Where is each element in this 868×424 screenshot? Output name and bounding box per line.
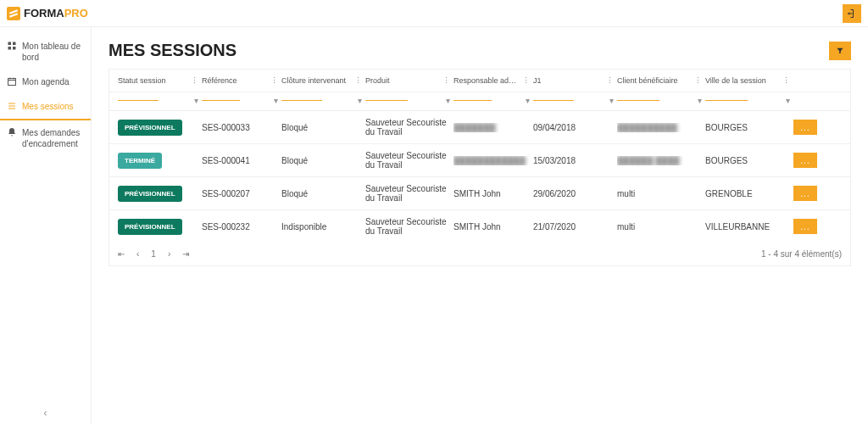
sidebar-item-label: Mon tableau de bord <box>22 41 84 63</box>
row-action-button[interactable]: ... <box>793 120 817 135</box>
logout-icon <box>847 8 857 19</box>
column-label: Clôture intervenant <box>281 76 346 85</box>
cell-ville: BOURGES <box>705 156 790 165</box>
sidebar: Mon tableau de bordMon agendaMes session… <box>0 27 92 424</box>
filter-input-line <box>705 100 748 101</box>
column-label: Produit <box>365 76 390 85</box>
table-row: TERMINÉSES-000041BloquéSauveteur Secouri… <box>109 144 850 177</box>
svg-rect-2 <box>8 47 12 50</box>
column-filter-6[interactable]: ▾ <box>617 96 702 105</box>
column-label: Client bénéficiaire <box>617 76 678 85</box>
cell-responsable: SMITH John <box>453 189 530 198</box>
row-action-button[interactable]: ... <box>793 219 817 234</box>
column-menu-icon[interactable]: ⋮ <box>354 76 362 85</box>
column-filter-7[interactable]: ▾ <box>705 96 790 105</box>
pager-first[interactable]: ⇤ <box>118 249 125 259</box>
column-filter-2[interactable]: ▾ <box>281 96 362 105</box>
column-menu-icon[interactable]: ⋮ <box>522 76 530 85</box>
cell-actions: ... <box>793 186 834 201</box>
cell-status: PRÉVISIONNEL <box>118 120 198 136</box>
funnel-icon[interactable]: ▾ <box>446 96 450 105</box>
column-menu-icon[interactable]: ⋮ <box>191 76 198 85</box>
column-label: Ville de la session <box>705 76 766 85</box>
pager-prev[interactable]: ‹ <box>136 249 139 259</box>
cell-responsable: ████████████ <box>453 156 530 165</box>
cell-cloture: Indisponible <box>281 222 362 232</box>
column-header-0[interactable]: Statut session⋮ <box>118 76 198 85</box>
column-filter-5[interactable]: ▾ <box>533 96 614 105</box>
column-header-3[interactable]: Produit⋮ <box>365 76 450 85</box>
cell-client: ██████████ <box>617 123 702 132</box>
sidebar-item-label: Mes sessions <box>22 101 74 112</box>
pager-info: 1 - 4 sur 4 élément(s) <box>761 249 842 259</box>
funnel-icon[interactable]: ▾ <box>194 96 198 105</box>
cell-j1: 09/04/2018 <box>533 123 614 132</box>
cell-ref: SES-000232 <box>202 222 278 232</box>
column-filter-3[interactable]: ▾ <box>365 96 450 105</box>
filter-input-line <box>533 100 574 101</box>
sidebar-item-label: Mes demandes d'encadrement <box>22 127 84 149</box>
funnel-icon[interactable]: ▾ <box>609 96 614 105</box>
cell-actions: ... <box>793 120 834 135</box>
filter-input-line <box>617 100 659 101</box>
cell-j1: 29/06/2020 <box>533 189 614 198</box>
svg-rect-4 <box>8 79 16 86</box>
column-header-5[interactable]: J1⋮ <box>533 76 614 85</box>
sidebar-item-3[interactable]: Mes demandes d'encadrement <box>0 120 91 156</box>
funnel-icon[interactable]: ▾ <box>526 96 530 105</box>
column-menu-icon[interactable]: ⋮ <box>782 76 790 85</box>
pagination: ⇤ ‹ 1 › ⇥ <box>118 249 189 259</box>
svg-rect-0 <box>8 42 12 46</box>
row-action-button[interactable]: ... <box>793 186 817 201</box>
filter-button[interactable] <box>829 42 851 60</box>
status-badge: PRÉVISIONNEL <box>118 219 182 235</box>
column-label: Responsable adm... <box>453 76 520 85</box>
cell-status: PRÉVISIONNEL <box>118 186 198 202</box>
column-label: Statut session <box>118 76 166 85</box>
cell-cloture: Bloqué <box>281 123 362 132</box>
sidebar-collapse-button[interactable]: ‹ <box>44 407 47 419</box>
sidebar-item-label: Mon agenda <box>22 76 70 87</box>
pager-next[interactable]: › <box>168 249 170 259</box>
logout-button[interactable] <box>843 4 861 23</box>
funnel-icon[interactable]: ▾ <box>358 96 362 105</box>
funnel-icon[interactable]: ▾ <box>274 96 278 105</box>
cell-produit: Sauveteur Secouriste du Travail <box>365 118 450 137</box>
filter-input-line <box>281 100 322 101</box>
cell-ref: SES-000207 <box>202 189 278 198</box>
column-filter-0[interactable]: ▾ <box>118 96 198 105</box>
column-header-6[interactable]: Client bénéficiaire⋮ <box>617 76 702 85</box>
cell-client: ██████ ████ <box>617 156 702 165</box>
cell-actions: ... <box>793 153 834 168</box>
row-action-button[interactable]: ... <box>793 153 817 168</box>
pager-last[interactable]: ⇥ <box>182 249 189 259</box>
cell-produit: Sauveteur Secouriste du Travail <box>365 217 450 236</box>
column-label: Référence <box>202 76 237 85</box>
pager-current[interactable]: 1 <box>151 249 156 259</box>
cell-j1: 21/07/2020 <box>533 222 614 232</box>
filter-input-line <box>118 100 159 101</box>
column-header-7[interactable]: Ville de la session⋮ <box>705 76 790 85</box>
sidebar-item-2[interactable]: Mes sessions <box>0 94 91 120</box>
funnel-icon[interactable]: ▾ <box>698 96 702 105</box>
cell-ville: GRENOBLE <box>705 189 790 198</box>
column-menu-icon[interactable]: ⋮ <box>694 76 702 85</box>
column-filter-1[interactable]: ▾ <box>202 96 278 105</box>
sidebar-item-1[interactable]: Mon agenda <box>0 70 91 94</box>
column-header-2[interactable]: Clôture intervenant⋮ <box>281 76 362 85</box>
column-filter-4[interactable]: ▾ <box>453 96 530 105</box>
column-menu-icon[interactable]: ⋮ <box>606 76 614 85</box>
logo-icon <box>7 7 20 20</box>
svg-rect-1 <box>13 42 16 46</box>
column-header-4[interactable]: Responsable adm...⋮ <box>453 76 530 85</box>
column-menu-icon[interactable]: ⋮ <box>270 76 278 85</box>
sidebar-item-0[interactable]: Mon tableau de bord <box>0 34 91 70</box>
cell-status: PRÉVISIONNEL <box>118 219 198 235</box>
bell-icon <box>7 127 17 137</box>
column-menu-icon[interactable]: ⋮ <box>442 76 450 85</box>
column-header-1[interactable]: Référence⋮ <box>202 76 278 85</box>
list-icon <box>7 101 17 111</box>
funnel-icon[interactable]: ▾ <box>786 96 790 105</box>
table-row: PRÉVISIONNELSES-000033BloquéSauveteur Se… <box>109 111 850 144</box>
dashboard-icon <box>7 41 17 51</box>
